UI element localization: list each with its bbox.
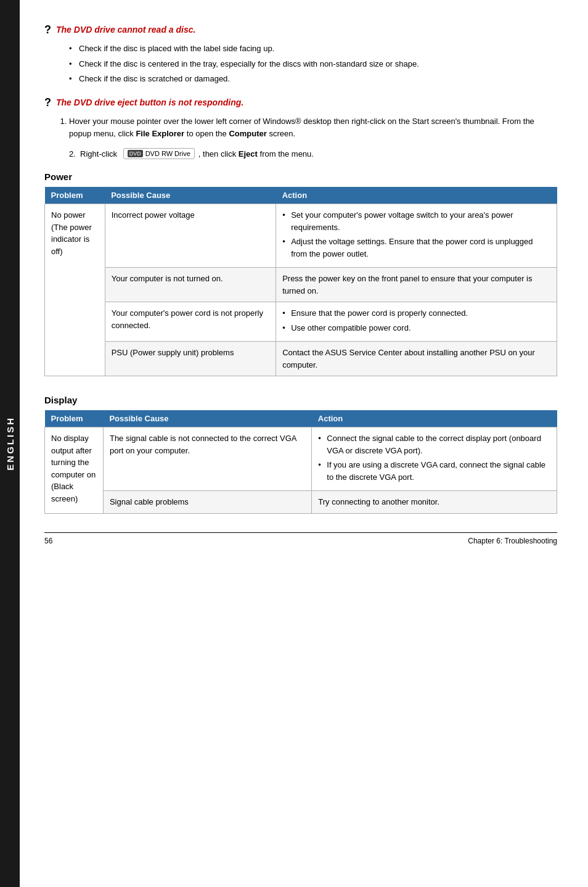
cause-cell: Signal cable problems bbox=[103, 491, 311, 514]
faq-section-1: ? The DVD drive cannot read a disc. Chec… bbox=[44, 25, 557, 85]
cause-cell: The signal cable is not connected to the… bbox=[103, 427, 311, 491]
action-cell: Contact the ASUS Service Center about in… bbox=[276, 342, 557, 376]
sidebar-label: ENGLISH bbox=[5, 416, 15, 471]
table-row: No power(The powerindicator is off) Inco… bbox=[45, 204, 557, 268]
cause-cell: Your computer's power cord is not proper… bbox=[105, 302, 276, 342]
main-content: ? The DVD drive cannot read a disc. Chec… bbox=[20, 0, 588, 887]
list-item: Check if the disc is centered in the tra… bbox=[69, 58, 557, 70]
list-item: Set your computer's power voltage switch… bbox=[282, 209, 550, 233]
action-bullets: Connect the signal cable to the correct … bbox=[318, 432, 550, 483]
faq2-steps: Hover your mouse pointer over the lower … bbox=[69, 115, 557, 141]
table-row: PSU (Power supply unit) problems Contact… bbox=[45, 342, 557, 376]
display-col-cause: Possible Cause bbox=[103, 410, 311, 427]
list-item: Hover your mouse pointer over the lower … bbox=[69, 115, 557, 141]
dvd-drive-row: 2. Right-click DVD DVD RW Drive , then c… bbox=[69, 148, 557, 159]
table-row: Your computer's power cord is not proper… bbox=[45, 302, 557, 342]
cause-cell: PSU (Power supply unit) problems bbox=[105, 342, 276, 376]
power-col-problem: Problem bbox=[45, 187, 105, 204]
page-number: 56 bbox=[44, 537, 52, 545]
faq-q-1: ? bbox=[44, 23, 51, 36]
power-section-title: Power bbox=[44, 171, 557, 182]
faq-section-2: ? The DVD drive eject button is not resp… bbox=[44, 97, 557, 160]
faq-title-1: The DVD drive cannot read a disc. bbox=[56, 25, 195, 35]
action-cell: Try connecting to another monitor. bbox=[312, 491, 557, 514]
dvd-icon: DVD DVD RW Drive bbox=[123, 148, 195, 159]
faq-item-2: ? The DVD drive eject button is not resp… bbox=[44, 97, 557, 109]
problem-cell-display: No displayoutput afterturning thecompute… bbox=[45, 427, 104, 514]
power-table: Problem Possible Cause Action No power(T… bbox=[44, 187, 557, 376]
footer: 56 Chapter 6: Troubleshooting bbox=[44, 532, 557, 545]
faq-title-2: The DVD drive eject button is not respon… bbox=[56, 97, 243, 107]
action-cell: Set your computer's power voltage switch… bbox=[276, 204, 557, 268]
list-item: Adjust the voltage settings. Ensure that… bbox=[282, 236, 550, 260]
step2-suffix: , then click Eject from the menu. bbox=[198, 149, 314, 159]
power-col-action: Action bbox=[276, 187, 557, 204]
action-bullets: Ensure that the power cord is properly c… bbox=[282, 307, 550, 334]
dvd-drive-text: DVD RW Drive bbox=[145, 150, 190, 157]
action-cell: Press the power key on the front panel t… bbox=[276, 268, 557, 302]
sidebar: ENGLISH bbox=[0, 0, 20, 887]
list-item: Ensure that the power cord is properly c… bbox=[282, 307, 550, 320]
dvd-label-badge: DVD bbox=[128, 150, 143, 157]
faq1-bullets: Check if the disc is placed with the lab… bbox=[69, 43, 557, 85]
power-col-cause: Possible Cause bbox=[105, 187, 276, 204]
table-row: Your computer is not turned on. Press th… bbox=[45, 268, 557, 302]
list-item: Check if the disc is placed with the lab… bbox=[69, 43, 557, 55]
action-cell: Ensure that the power cord is properly c… bbox=[276, 302, 557, 342]
action-cell: Connect the signal cable to the correct … bbox=[312, 427, 557, 491]
faq-item-1: ? The DVD drive cannot read a disc. bbox=[44, 25, 557, 36]
faq-q-2: ? bbox=[44, 96, 51, 109]
action-bullets: Set your computer's power voltage switch… bbox=[282, 209, 550, 260]
cause-cell: Incorrect power voltage bbox=[105, 204, 276, 268]
table-row: No displayoutput afterturning thecompute… bbox=[45, 427, 557, 491]
list-item: Use other compatible power cord. bbox=[282, 322, 550, 334]
list-item: Connect the signal cable to the correct … bbox=[318, 432, 550, 456]
step2-label: 2. Right-click bbox=[69, 149, 120, 159]
display-section-title: Display bbox=[44, 395, 557, 405]
table-row: Signal cable problems Try connecting to … bbox=[45, 491, 557, 514]
display-table: Problem Possible Cause Action No display… bbox=[44, 410, 557, 514]
list-item: Check if the disc is scratched or damage… bbox=[69, 73, 557, 85]
list-item: If you are using a discrete VGA card, co… bbox=[318, 459, 550, 483]
cause-cell: Your computer is not turned on. bbox=[105, 268, 276, 302]
problem-cell-power: No power(The powerindicator is off) bbox=[45, 204, 105, 376]
display-col-action: Action bbox=[312, 410, 557, 427]
chapter-label: Chapter 6: Troubleshooting bbox=[468, 537, 557, 545]
display-col-problem: Problem bbox=[45, 410, 104, 427]
